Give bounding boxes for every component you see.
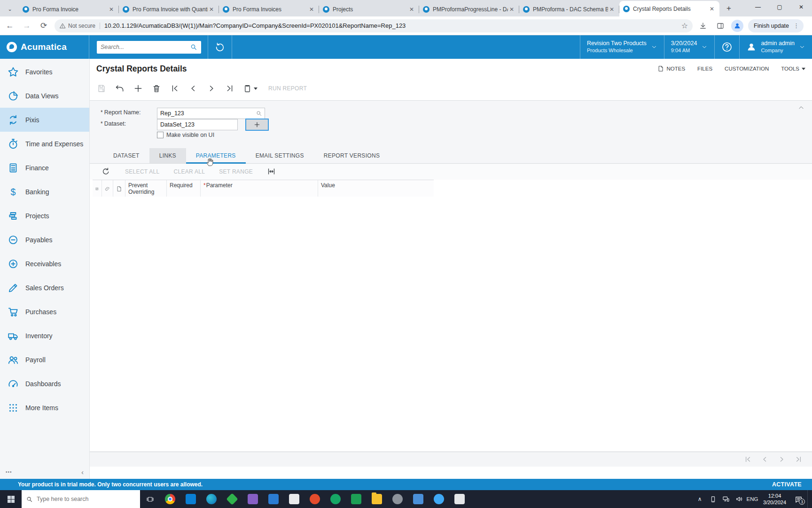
run-report-button[interactable]: RUN REPORT (268, 85, 307, 92)
tab-parameters[interactable]: PARAMETERS (186, 148, 246, 163)
tab-email-settings[interactable]: EMAIL SETTINGS (246, 148, 314, 163)
address-bar[interactable]: Not secure 10.20.1.129/AcumaticaDB3/(W(1… (55, 19, 693, 32)
customization-button[interactable]: CUSTOMIZATION (725, 66, 769, 71)
report-name-input[interactable] (157, 110, 256, 117)
app-icon-blue-swirl[interactable] (429, 490, 449, 508)
make-visible-checkbox-row[interactable]: Make visible on UI (157, 132, 214, 138)
fit-columns-icon[interactable] (267, 167, 276, 176)
sidebar-item-purchases[interactable]: Purchases (0, 300, 89, 324)
browser-menu-kebab-icon[interactable]: ⋮ (792, 22, 801, 29)
help-button[interactable] (714, 35, 739, 59)
download-icon[interactable] (696, 19, 710, 33)
column-header-value[interactable]: Value (318, 180, 434, 197)
files-button[interactable]: FILES (697, 66, 712, 71)
tray-network-icon[interactable] (720, 492, 732, 506)
sidebar-item-finance[interactable]: Finance (0, 156, 89, 180)
go-previous-button[interactable] (188, 83, 198, 94)
app-icon-blue-window[interactable] (408, 490, 429, 508)
tools-button[interactable]: TOOLS (781, 66, 805, 71)
finish-update-button[interactable]: Finish update ⋮ (748, 19, 804, 32)
taskbar-search-input[interactable] (37, 496, 136, 502)
app-icon-blue-document[interactable] (263, 490, 284, 508)
clipboard-menu-button[interactable] (243, 84, 258, 93)
dataset-input[interactable] (157, 121, 239, 128)
cancel-undo-button[interactable] (115, 83, 125, 94)
browser-tab[interactable]: PMProformaProgressLine - DA ✕ (419, 2, 519, 16)
bookmark-star-icon[interactable]: ☆ (681, 21, 688, 30)
vscode-icon[interactable] (180, 490, 201, 508)
tab-dataset[interactable]: DATASET (103, 148, 149, 163)
browser-tab[interactable]: Projects ✕ (319, 2, 419, 16)
user-menu[interactable]: admin admin Company (739, 35, 812, 59)
business-date-selector[interactable]: 3/20/2024 9:04 AM (664, 35, 715, 59)
app-icon-red-circle[interactable] (304, 490, 325, 508)
column-header-parameter[interactable]: *Parameter (201, 180, 318, 197)
file-explorer-icon[interactable] (367, 490, 387, 508)
go-next-button[interactable] (206, 83, 217, 94)
tab-list-chevron-icon[interactable]: ⌄ (3, 2, 17, 16)
tray-volume-icon[interactable] (734, 492, 745, 506)
page-next-icon[interactable] (778, 455, 786, 463)
sidebar-item-projects[interactable]: Projects (0, 204, 89, 228)
sidebar-overflow-button[interactable]: ••• (6, 469, 12, 475)
sidebar-item-more-items[interactable]: More Items (0, 396, 89, 420)
refresh-icon[interactable] (102, 167, 111, 176)
sidebar-collapse-button[interactable]: ‹ (81, 468, 84, 476)
go-first-button[interactable] (170, 83, 180, 94)
set-range-button[interactable]: SET RANGE (219, 168, 253, 175)
tray-device-icon[interactable] (707, 492, 718, 506)
new-tab-button[interactable]: + (722, 2, 735, 15)
forward-button[interactable]: → (20, 19, 34, 33)
url-text[interactable]: 10.20.1.129/AcumaticaDB3/(W(1))/Main?Com… (100, 22, 678, 29)
minimize-button[interactable]: — (747, 0, 769, 14)
page-last-icon[interactable] (795, 455, 803, 463)
sidebar-item-dashboards[interactable]: Dashboards (0, 372, 89, 396)
action-center-icon[interactable]: 3 (791, 492, 805, 506)
tab-close-icon[interactable]: ✕ (208, 6, 215, 13)
chrome-icon[interactable] (160, 490, 180, 508)
dataset-field[interactable] (157, 119, 238, 130)
not-secure-chip[interactable]: Not secure (59, 23, 100, 29)
visual-studio-icon[interactable] (242, 490, 263, 508)
browser-tab[interactable]: Pro Forma Invoices ✕ (219, 2, 319, 16)
edge-icon[interactable] (201, 490, 222, 508)
app-icon-grey[interactable] (387, 490, 408, 508)
tab-links[interactable]: LINKS (149, 148, 186, 163)
clear-all-button[interactable]: CLEAR ALL (174, 168, 205, 175)
sidebar-item-banking[interactable]: $ Banking (0, 180, 89, 204)
sidebar-item-favorites[interactable]: Favorites (0, 60, 89, 84)
sidebar-item-payables[interactable]: Payables (0, 228, 89, 252)
column-notes-icon[interactable] (93, 180, 102, 197)
grid-empty-area[interactable] (90, 197, 812, 452)
reload-button[interactable]: ⟳ (37, 19, 51, 33)
tab-close-icon[interactable]: ✕ (308, 6, 315, 13)
global-search-input[interactable] (101, 44, 190, 50)
sidebar-item-time-and-expenses[interactable]: Time and Expenses (0, 132, 89, 156)
app-icon-green-chart[interactable] (346, 490, 367, 508)
save-button[interactable] (96, 83, 107, 94)
column-header-prevent-overriding[interactable]: Prevent Overriding (125, 180, 167, 197)
start-button[interactable] (0, 490, 22, 508)
maximize-button[interactable]: ▢ (769, 0, 790, 14)
sidebar-item-data-views[interactable]: Data Views (0, 84, 89, 108)
lookup-magnifier-icon[interactable] (256, 110, 262, 117)
tray-clock[interactable]: 12:04 3/20/2024 (760, 492, 789, 506)
sidebar-item-pixis[interactable]: Pixis (0, 108, 89, 132)
column-attachment-icon[interactable] (102, 180, 113, 197)
time-tracking-icon[interactable] (215, 42, 225, 52)
column-file-icon[interactable] (113, 180, 125, 197)
select-all-button[interactable]: SELECT ALL (125, 168, 160, 175)
collapse-panel-chevron-icon[interactable] (798, 104, 804, 111)
app-icon-green-circle[interactable] (325, 490, 346, 508)
go-last-button[interactable] (225, 83, 235, 94)
acumatica-logo[interactable]: Acumatica (0, 35, 89, 59)
tray-language-label[interactable]: ENG (747, 492, 758, 506)
sidebar-item-inventory[interactable]: Inventory (0, 324, 89, 348)
app-icon-white-window[interactable] (449, 490, 470, 508)
sidebar-item-receivables[interactable]: Receivables (0, 252, 89, 276)
tab-close-icon[interactable]: ✕ (408, 6, 415, 13)
global-search-box[interactable] (97, 41, 201, 54)
notes-button[interactable]: NOTES (657, 65, 685, 72)
side-panel-icon[interactable] (713, 19, 727, 33)
search-icon[interactable] (190, 43, 197, 51)
